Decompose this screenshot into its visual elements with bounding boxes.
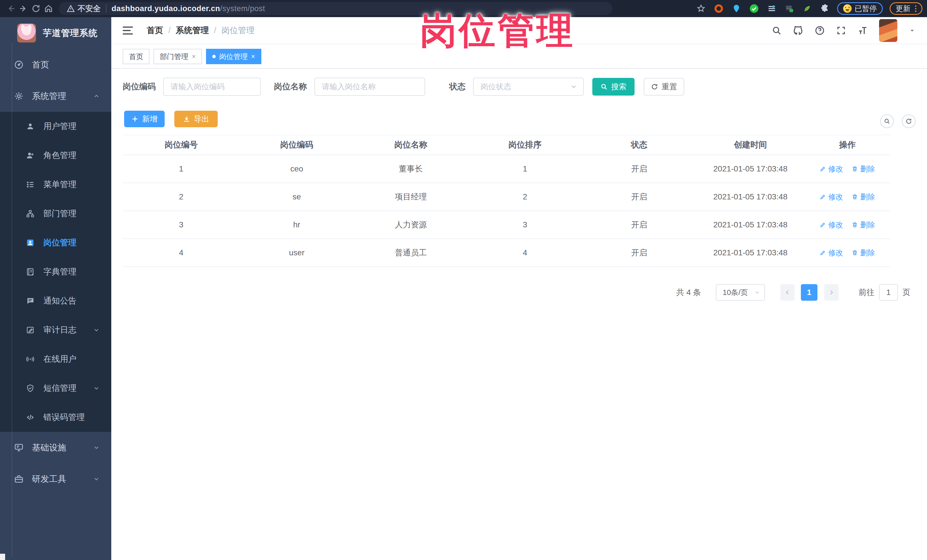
sidebar-item-dicts[interactable]: 字典管理 — [0, 257, 111, 287]
edit-link[interactable]: 修改 — [820, 192, 843, 202]
sidebar-item-menus[interactable]: 菜单管理 — [0, 170, 111, 199]
main-content: 岗位编码 岗位名称 状态 岗位状态 搜索 重置 新增 — [111, 69, 927, 560]
sidebar-scrollbar[interactable] — [11, 43, 12, 557]
sidebar-item-posts[interactable]: 岗位管理 — [0, 228, 111, 257]
browser-menu-icon[interactable] — [915, 5, 916, 12]
prev-page-button[interactable] — [780, 284, 795, 300]
sidebar-item-depts[interactable]: 部门管理 — [0, 199, 111, 228]
breadcrumb-home[interactable]: 首页 — [147, 25, 163, 36]
edit-link[interactable]: 修改 — [820, 220, 843, 230]
breadcrumb-current: 岗位管理 — [222, 25, 254, 36]
breadcrumb-system[interactable]: 系统管理 — [176, 25, 209, 36]
sidebar-item-home[interactable]: 首页 — [0, 49, 111, 80]
sidebar-item-roles[interactable]: 角色管理 — [0, 141, 111, 170]
dashboard-icon — [14, 60, 24, 70]
app-logo-row[interactable]: 芋道管理系统 — [0, 17, 111, 49]
extension-blue-pin-icon[interactable] — [731, 3, 742, 14]
monitor-icon — [14, 443, 24, 452]
edit-link[interactable]: 修改 — [820, 164, 843, 174]
sidebar-item-sms[interactable]: 短信管理 — [0, 374, 111, 403]
refresh-table-button[interactable] — [902, 114, 916, 128]
search-icon — [884, 118, 891, 124]
refresh-icon — [651, 83, 658, 90]
font-size-icon[interactable] — [857, 26, 868, 36]
fullscreen-icon[interactable] — [836, 26, 846, 35]
sidebar-label: 研发工具 — [32, 473, 66, 485]
export-button[interactable]: 导出 — [174, 111, 218, 127]
sidebar-corner — [0, 554, 5, 560]
goto-label: 前往 — [859, 287, 874, 298]
column-header: 岗位名称 — [354, 139, 468, 151]
post-code-input[interactable] — [163, 77, 261, 96]
reload-icon[interactable] — [30, 2, 42, 15]
extension-green-check-icon[interactable] — [749, 3, 760, 14]
close-icon[interactable]: × — [192, 53, 196, 60]
page-size-select[interactable]: 10条/页 — [716, 284, 765, 300]
sidebar-label: 审计日志 — [43, 324, 76, 336]
next-page-button[interactable] — [824, 284, 839, 300]
update-browser-button[interactable]: 更新 — [890, 2, 922, 15]
sidebar-item-infra[interactable]: 基础设施 — [0, 432, 111, 463]
extension-leaf-icon[interactable] — [802, 3, 813, 14]
delete-link[interactable]: 删除 — [852, 220, 875, 230]
table-row: 2 se 项目经理 2 开启 2021-01-05 17:03:48 修改 删除 — [123, 183, 890, 211]
search-button[interactable]: 搜索 — [592, 78, 635, 96]
sidebar-item-audit[interactable]: 审计日志 — [0, 316, 111, 344]
page-number-1[interactable]: 1 — [801, 284, 818, 300]
app-title: 芋道管理系统 — [43, 27, 97, 39]
forward-icon[interactable] — [17, 2, 30, 15]
sidebar-label: 岗位管理 — [43, 237, 76, 249]
edit-link[interactable]: 修改 — [820, 248, 843, 258]
sidebar-item-errcodes[interactable]: 错误码管理 — [0, 403, 111, 432]
chevron-left-icon — [784, 289, 790, 296]
home-icon[interactable] — [42, 2, 55, 15]
sidebar-label: 部门管理 — [43, 208, 76, 219]
trash-icon — [852, 194, 858, 200]
delete-link[interactable]: 删除 — [852, 248, 875, 258]
bookmark-star-icon[interactable] — [696, 3, 707, 14]
extensions-puzzle-icon[interactable] — [819, 3, 830, 14]
add-button[interactable]: 新增 — [124, 111, 165, 127]
sidebar-item-notices[interactable]: 通知公告 — [0, 287, 111, 316]
column-header: 岗位编码 — [240, 139, 354, 151]
sidebar-label: 基础设施 — [32, 442, 66, 454]
delete-link[interactable]: 删除 — [852, 192, 875, 202]
toggle-search-button[interactable] — [880, 114, 894, 128]
goto-page-input[interactable] — [879, 284, 898, 300]
tab-dept[interactable]: 部门管理 × — [153, 49, 202, 64]
pencil-icon — [820, 194, 826, 200]
extension-table-icon[interactable] — [784, 3, 795, 14]
audit-log-icon — [25, 326, 35, 334]
back-icon[interactable] — [5, 2, 17, 15]
sidebar-toggle-icon[interactable] — [123, 24, 135, 37]
table-header-row: 岗位编号 岗位编码 岗位名称 岗位排序 状态 创建时间 操作 — [123, 135, 890, 155]
column-header: 操作 — [805, 139, 890, 151]
sidebar-label: 角色管理 — [43, 150, 76, 161]
sidebar-label: 系统管理 — [32, 90, 66, 102]
caret-down-icon[interactable] — [909, 27, 916, 34]
github-icon[interactable] — [793, 26, 803, 36]
sidebar-item-users[interactable]: 用户管理 — [0, 112, 111, 141]
extension-orange-ring-icon[interactable] — [713, 3, 724, 14]
column-header: 岗位编号 — [123, 139, 240, 151]
status-select[interactable]: 岗位状态 — [473, 77, 584, 96]
chevron-down-icon — [93, 385, 100, 392]
sidebar-item-online[interactable]: 在线用户 — [0, 344, 111, 374]
sidebar-submenu-system: 用户管理 角色管理 菜单管理 部门管理 — [0, 112, 111, 432]
sidebar-item-devtools[interactable]: 研发工具 — [0, 463, 111, 495]
extension-sliders-icon[interactable] — [766, 3, 777, 14]
security-warning: 不安全 — [67, 3, 101, 14]
help-icon[interactable] — [815, 26, 825, 36]
tab-label: 首页 — [129, 52, 143, 61]
close-icon[interactable]: × — [251, 53, 255, 60]
sidebar-item-system[interactable]: 系统管理 — [0, 80, 111, 112]
post-name-input[interactable] — [315, 77, 425, 96]
emoji-face-icon — [843, 4, 852, 13]
tab-post[interactable]: 岗位管理 × — [206, 49, 261, 64]
tab-home[interactable]: 首页 — [123, 49, 149, 64]
paused-extension-pill[interactable]: 已暂停 — [837, 2, 883, 15]
avatar[interactable] — [879, 19, 897, 42]
search-icon[interactable] — [772, 26, 781, 35]
delete-link[interactable]: 删除 — [852, 164, 875, 174]
reset-button[interactable]: 重置 — [644, 78, 684, 96]
